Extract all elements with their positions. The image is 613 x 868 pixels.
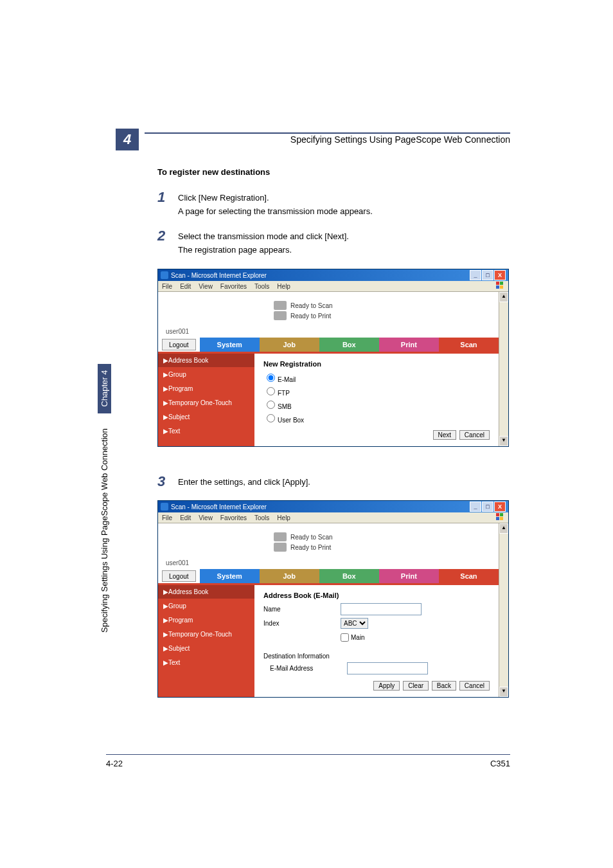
tab-print[interactable]: Print xyxy=(379,569,439,583)
sidebar-item-text[interactable]: ▶Text xyxy=(158,656,254,670)
apply-button[interactable]: Apply xyxy=(373,681,400,691)
index-select[interactable]: ABC xyxy=(341,618,368,629)
tab-job[interactable]: Job xyxy=(260,569,319,583)
sidebar-item-temporary[interactable]: ▶Temporary One-Touch xyxy=(158,628,254,642)
printer-icon xyxy=(274,311,287,320)
sidebar-item-group[interactable]: ▶Group xyxy=(158,368,254,382)
tab-scan[interactable]: Scan xyxy=(439,338,499,352)
menu-edit[interactable]: Edit xyxy=(180,514,191,521)
tab-job[interactable]: Job xyxy=(260,338,319,352)
menu-edit[interactable]: Edit xyxy=(180,283,191,290)
scrollbar[interactable]: ▲▼ xyxy=(499,292,508,446)
radio-email-label: E-Mail xyxy=(278,376,296,383)
close-button[interactable]: X xyxy=(494,502,506,512)
next-button[interactable]: Next xyxy=(433,430,457,440)
status-ready-print: Ready to Print xyxy=(290,544,331,551)
sidebar-item-subject[interactable]: ▶Subject xyxy=(158,410,254,424)
sidebar-item-subject[interactable]: ▶Subject xyxy=(158,642,254,656)
sidebar-item-program[interactable]: ▶Program xyxy=(158,613,254,628)
tab-system[interactable]: System xyxy=(200,569,260,583)
menu-tools[interactable]: Tools xyxy=(254,514,269,521)
maximize-button[interactable]: □ xyxy=(482,270,493,280)
status-ready-print: Ready to Print xyxy=(290,312,331,320)
footer: 4-22 C351 xyxy=(106,754,510,768)
radio-ftp[interactable] xyxy=(267,387,275,395)
scroll-up-icon[interactable]: ▲ xyxy=(499,292,508,302)
sidebar-item-group[interactable]: ▶Group xyxy=(158,599,254,613)
menubar: File Edit View Favorites Tools Help xyxy=(158,512,508,523)
radio-userbox[interactable] xyxy=(267,414,275,422)
step-3-line-1: Enter the settings, and click [Apply]. xyxy=(178,476,510,489)
svg-rect-0 xyxy=(496,282,499,285)
menubar: File Edit View Favorites Tools Help xyxy=(158,281,508,292)
main-checkbox[interactable] xyxy=(341,633,349,642)
svg-rect-4 xyxy=(496,513,499,516)
svg-rect-3 xyxy=(500,285,503,289)
name-input[interactable] xyxy=(341,603,422,615)
clear-button[interactable]: Clear xyxy=(403,681,429,691)
sidebar-item-temporary[interactable]: ▶Temporary One-Touch xyxy=(158,396,254,410)
scrollbar[interactable]: ▲▼ xyxy=(499,523,508,697)
step-number-1: 1 xyxy=(157,189,165,206)
maximize-button[interactable]: □ xyxy=(482,502,493,512)
tab-print[interactable]: Print xyxy=(379,338,439,352)
logout-button[interactable]: Logout xyxy=(162,570,196,582)
printer-icon xyxy=(274,543,287,552)
scroll-up-icon[interactable]: ▲ xyxy=(499,523,508,534)
radio-email[interactable] xyxy=(267,374,275,382)
tab-scan[interactable]: Scan xyxy=(439,569,499,583)
section-title: To register new destinations xyxy=(157,167,270,177)
back-button[interactable]: Back xyxy=(432,681,456,691)
screenshot-new-registration: Scan - Microsoft Internet Explorer _ □ X… xyxy=(157,269,509,447)
step-2-line-2: The registration page appears. xyxy=(178,244,510,257)
radio-ftp-label: FTP xyxy=(278,390,290,397)
sidebar-item-program[interactable]: ▶Program xyxy=(158,382,254,396)
minimize-button[interactable]: _ xyxy=(470,270,481,280)
email-input[interactable] xyxy=(347,662,428,674)
windows-flag-icon xyxy=(495,512,504,521)
tab-box[interactable]: Box xyxy=(319,569,379,583)
menu-file[interactable]: File xyxy=(162,514,172,521)
window-title: Scan - Microsoft Internet Explorer xyxy=(171,503,267,511)
menu-favorites[interactable]: Favorites xyxy=(220,514,247,521)
menu-view[interactable]: View xyxy=(199,283,213,290)
sidebar-item-address-book[interactable]: ▶Address Book xyxy=(158,354,254,368)
cancel-button[interactable]: Cancel xyxy=(459,430,490,440)
label-name: Name xyxy=(263,606,341,613)
header-rule xyxy=(145,132,510,134)
scanner-icon xyxy=(274,301,287,310)
step-1-line-1: Click [New Registration]. xyxy=(178,192,510,205)
tab-system[interactable]: System xyxy=(200,338,260,352)
scanner-icon xyxy=(274,532,287,541)
scroll-down-icon[interactable]: ▼ xyxy=(499,687,508,697)
tab-box[interactable]: Box xyxy=(319,338,379,352)
sidebar: ▶Address Book ▶Group ▶Program ▶Temporary… xyxy=(158,585,254,697)
menu-file[interactable]: File xyxy=(162,283,172,290)
status-ready-scan: Ready to Scan xyxy=(290,302,333,309)
close-button[interactable]: X xyxy=(494,270,506,280)
user-label: user001 xyxy=(158,557,499,569)
scroll-down-icon[interactable]: ▼ xyxy=(499,436,508,446)
sidebar: ▶Address Book ▶Group ▶Program ▶Temporary… xyxy=(158,354,254,446)
menu-tools[interactable]: Tools xyxy=(254,283,269,290)
radio-smb[interactable] xyxy=(267,401,275,409)
panel-heading: Address Book (E-Mail) xyxy=(263,592,490,599)
ie-icon xyxy=(161,271,168,279)
sidebar-item-address-book[interactable]: ▶Address Book xyxy=(158,585,254,599)
window-titlebar: Scan - Microsoft Internet Explorer _ □ X xyxy=(158,269,508,281)
step-number-3: 3 xyxy=(157,473,165,490)
label-index: Index xyxy=(263,620,341,627)
menu-favorites[interactable]: Favorites xyxy=(220,283,247,290)
window-titlebar: Scan - Microsoft Internet Explorer _ □ X xyxy=(158,501,508,512)
sidebar-item-text[interactable]: ▶Text xyxy=(158,424,254,439)
menu-help[interactable]: Help xyxy=(277,283,290,290)
footer-page: 4-22 xyxy=(106,759,123,768)
logout-button[interactable]: Logout xyxy=(162,339,196,350)
menu-view[interactable]: View xyxy=(199,514,213,521)
chapter-number: 4 xyxy=(116,129,139,150)
svg-rect-7 xyxy=(500,517,503,520)
cancel-button[interactable]: Cancel xyxy=(459,681,490,691)
menu-help[interactable]: Help xyxy=(277,514,290,521)
minimize-button[interactable]: _ xyxy=(470,502,481,512)
footer-model: C351 xyxy=(490,759,510,768)
